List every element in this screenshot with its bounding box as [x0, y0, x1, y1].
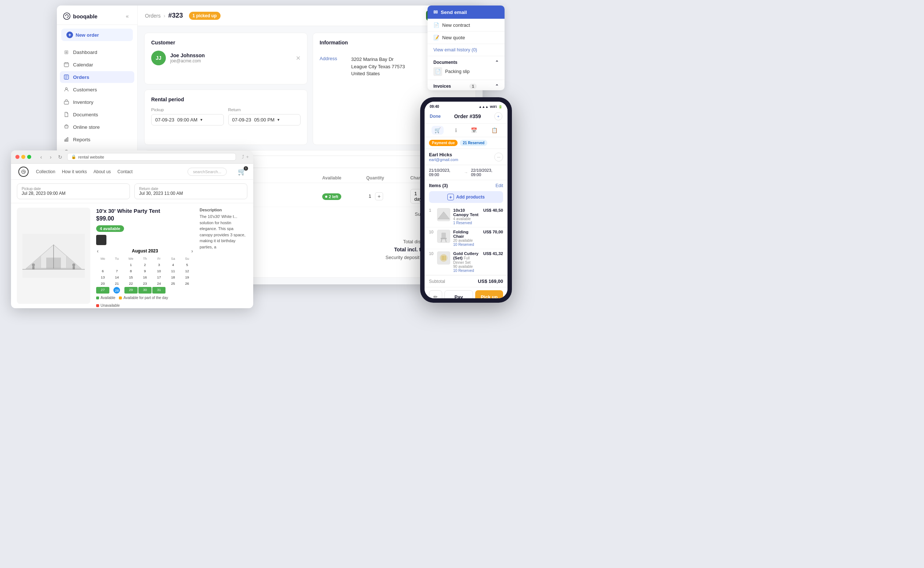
add-products-button[interactable]: + Add products [429, 191, 503, 203]
phone-pickup-button[interactable]: Pick up [475, 290, 503, 298]
cal-day-17[interactable]: 17 [152, 275, 166, 280]
quantity-increase-button[interactable]: + [375, 192, 383, 200]
sidebar-item-inventory[interactable]: Inventory [60, 96, 134, 108]
cal-day-12[interactable]: 12 [181, 268, 194, 274]
phone-tab-calendar[interactable]: 📅 [468, 126, 480, 134]
legend-available: Available [96, 296, 115, 300]
phone-more-button[interactable]: + [494, 112, 502, 120]
phone-edit-icon-button[interactable]: ✏ [429, 290, 442, 298]
cal-day-8[interactable]: 8 [124, 268, 137, 274]
cal-day-9[interactable]: 9 [138, 268, 151, 274]
svg-rect-5 [64, 101, 69, 104]
invoices-section-title: Invoices 1 ⌃ [433, 84, 499, 89]
legend-unavailable-label: Unavailable [101, 304, 119, 308]
sidebar-item-dashboard[interactable]: ⊞ Dashboard [60, 46, 134, 58]
cal-prev-button[interactable]: ‹ [97, 248, 99, 254]
cal-day-13[interactable]: 13 [96, 275, 109, 280]
cal-day-18[interactable]: 18 [166, 275, 180, 280]
cal-day-26[interactable]: 26 [181, 281, 194, 286]
cal-day-15[interactable]: 15 [124, 275, 137, 280]
right-panel: ✉ Send email 📄 New contract 📝 New quote … [427, 6, 504, 90]
cal-day-20[interactable]: 20 [96, 281, 109, 286]
phone-pay-button[interactable]: Pay [444, 290, 473, 298]
cal-day-28[interactable]: 28 [113, 287, 120, 293]
cal-day-2[interactable]: 2 [138, 262, 151, 267]
cal-day-25[interactable]: 25 [166, 281, 180, 286]
breadcrumb-orders[interactable]: Orders [145, 13, 161, 19]
return-label: Return [228, 107, 301, 112]
sidebar-collapse-button[interactable]: « [123, 12, 131, 20]
cal-day-1[interactable]: 1 [124, 262, 137, 267]
col-quantity: Quantity [366, 175, 410, 181]
cal-day-29[interactable]: 29 [124, 287, 137, 293]
cal-day-22[interactable]: 22 [124, 281, 137, 286]
cal-day-23[interactable]: 23 [138, 281, 151, 286]
cal-day-14[interactable]: 14 [110, 275, 123, 280]
view-email-history-button[interactable]: View email history (0) [427, 44, 504, 56]
cal-day-6[interactable]: 6 [96, 268, 109, 274]
send-email-button[interactable]: ✉ Send email [427, 6, 504, 19]
sidebar-item-orders[interactable]: Orders [60, 71, 134, 83]
cal-day-16[interactable]: 16 [138, 275, 151, 280]
browser-back-button[interactable]: ‹ [37, 153, 45, 161]
nav-contact[interactable]: Contact [118, 169, 133, 174]
new-order-button[interactable]: + New order [61, 29, 133, 41]
new-quote-button[interactable]: 📝 New quote [427, 31, 504, 44]
sidebar-item-reports[interactable]: Reports [60, 134, 134, 145]
pickup-date-input[interactable]: 07-09-23 09:00 AM ▾ [151, 114, 224, 125]
nav-how-it-works[interactable]: How it works [62, 169, 87, 174]
phone-item-reserved-1: 1 Reserved [453, 221, 480, 225]
phone-customer-more-button[interactable]: ··· [494, 153, 503, 162]
sidebar-item-customers[interactable]: Customers [60, 84, 134, 95]
browser-share-icon[interactable]: ⤴ [242, 154, 245, 160]
cal-day-24[interactable]: 24 [152, 281, 166, 286]
cal-day-7[interactable]: 7 [110, 268, 123, 274]
phone-tab-docs[interactable]: 📋 [488, 126, 501, 134]
cal-day-30[interactable]: 30 [138, 287, 151, 293]
cal-day-3[interactable]: 3 [152, 262, 166, 267]
phone-tab-info[interactable]: ℹ [452, 126, 460, 134]
cal-day-10[interactable]: 10 [152, 268, 166, 274]
browser-refresh-button[interactable]: ↻ [56, 153, 64, 161]
cal-header-mo: Mo [96, 256, 109, 261]
phone-done-button[interactable]: Done [430, 114, 441, 119]
cal-next-button[interactable]: › [191, 248, 193, 254]
svg-rect-18 [72, 266, 75, 269]
phone-items-edit-button[interactable]: Edit [495, 183, 503, 188]
cart-button[interactable]: 🛒 1 [238, 168, 246, 176]
cal-day-27[interactable]: 27 [96, 287, 109, 293]
customer-close-button[interactable]: ✕ [296, 55, 300, 62]
browser-add-tab-icon[interactable]: + [246, 154, 249, 160]
return-date-field[interactable]: Return date Jul 30, 2023 11:00 AM [134, 183, 247, 199]
invoices-chevron-icon: ⌃ [495, 84, 499, 89]
cal-day-21[interactable]: 21 [110, 281, 123, 286]
nav-collection[interactable]: Collection [36, 169, 56, 174]
browser-close-dot[interactable] [15, 155, 20, 159]
phone-item-name-1: 10x10 Canopy Tent [453, 208, 480, 217]
sidebar-item-calendar[interactable]: Calendar [60, 59, 134, 71]
browser-site-search[interactable]: searchSearch... [187, 168, 227, 176]
cal-day-31[interactable]: 31 [152, 287, 166, 293]
security-deposit-label: Security deposit [375, 255, 420, 260]
phone-subtotal-label: Subtotal [429, 279, 445, 284]
packing-slip-item[interactable]: 📄 Packing slip [433, 65, 499, 78]
pickup-date-field[interactable]: Pickup date Jul 28, 2023 09:00 AM [17, 183, 130, 199]
browser-maximize-dot[interactable] [27, 155, 31, 159]
phone-items-header: Items (3) Edit [424, 180, 507, 190]
cal-day-4[interactable]: 4 [166, 262, 180, 267]
customers-icon [63, 87, 69, 92]
browser-forward-button[interactable]: › [47, 153, 55, 161]
return-date-input[interactable]: 07-09-23 05:00 PM ▾ [228, 114, 301, 125]
nav-about[interactable]: About us [94, 169, 111, 174]
new-contract-button[interactable]: 📄 New contract [427, 19, 504, 31]
cal-day-11[interactable]: 11 [166, 268, 180, 274]
sidebar-item-documents[interactable]: Documents [60, 109, 134, 120]
sidebar-item-online-store[interactable]: Online store [60, 121, 134, 133]
browser-url-bar[interactable]: 🔒 rental website [67, 153, 236, 161]
cal-day-5[interactable]: 5 [181, 262, 194, 267]
cal-day-19[interactable]: 19 [181, 275, 194, 280]
browser-minimize-dot[interactable] [21, 155, 25, 159]
customer-info: Joe Johnsson joe@acme.com [170, 53, 291, 63]
phone-tab-cart[interactable]: 🛒 [432, 126, 444, 134]
browser-body: Collection How it works About us Contact… [11, 164, 253, 308]
